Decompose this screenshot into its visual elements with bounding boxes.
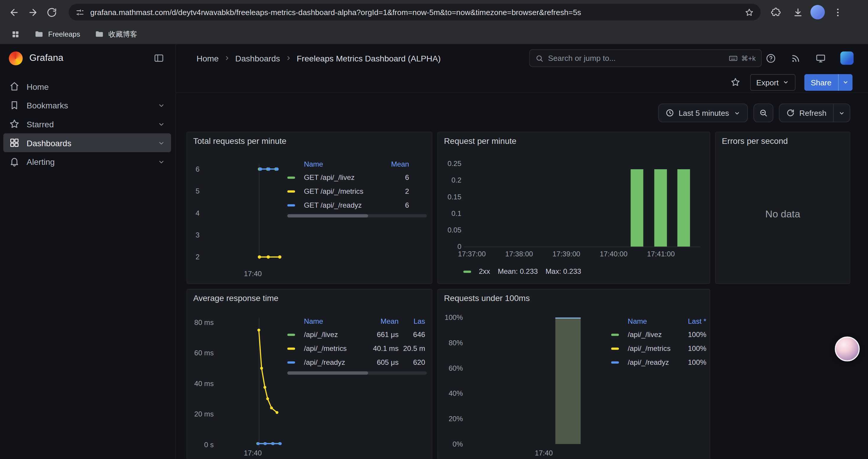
search-input[interactable]: Search or jump to... ⌘+k (529, 49, 762, 67)
share-button[interactable]: Share (804, 74, 852, 90)
breadcrumb-item[interactable]: Home (196, 54, 219, 63)
bookmarks-bar: Freeleaps收藏博客 (0, 24, 868, 44)
legend-table: NameMeanGET /api/_/livez6GET /api/_/metr… (287, 157, 409, 212)
chart-legend[interactable]: 2xxMean: 0.233Max: 0.233 (463, 267, 581, 275)
svg-text:80 ms: 80 ms (194, 319, 214, 326)
downloads-icon[interactable] (788, 3, 807, 22)
series-color-chip (287, 190, 295, 192)
favorite-star-icon[interactable] (730, 77, 741, 88)
search-shortcut: ⌘+k (728, 54, 756, 63)
svg-text:0 s: 0 s (204, 441, 214, 449)
refresh-interval-chevron-icon[interactable] (833, 104, 850, 122)
time-range-picker[interactable]: Last 5 minutes (658, 103, 748, 122)
bookmark-item[interactable]: Freeleaps (30, 27, 85, 41)
svg-text:17:37:00: 17:37:00 (458, 250, 486, 258)
chevron-down-icon[interactable] (157, 157, 165, 166)
monitor-icon[interactable] (815, 53, 826, 64)
sidebar-item-dashboards[interactable]: Dashboards (3, 133, 171, 153)
svg-text:0.25: 0.25 (447, 160, 462, 167)
chevron-down-icon[interactable] (157, 138, 165, 147)
assistant-avatar[interactable] (835, 336, 860, 361)
svg-text:60 ms: 60 ms (194, 349, 214, 357)
forward-button[interactable] (23, 3, 42, 22)
zoom-out-time-icon[interactable] (753, 103, 773, 122)
export-button[interactable]: Export (750, 74, 795, 90)
series-color-chip (611, 333, 619, 335)
legend-row[interactable]: /api/_/metrics40.1 ms20.5 m (287, 341, 427, 355)
share-menu-chevron-icon[interactable] (838, 74, 852, 90)
main-area: HomeDashboardsFreeleaps Metrics Dashboar… (176, 44, 868, 459)
legend-header-row: NameLast * (611, 314, 706, 328)
sidebar-item-alerting[interactable]: Alerting (3, 152, 171, 171)
sidebar-item-starred[interactable]: Starred (3, 114, 171, 133)
bell-icon (9, 156, 20, 167)
dock-sidebar-icon[interactable] (153, 52, 167, 65)
clock-icon (665, 108, 674, 117)
sidebar-item-bookmarks[interactable]: Bookmarks (3, 96, 171, 114)
bookmark-star-icon[interactable] (745, 7, 754, 17)
svg-text:0: 0 (457, 242, 461, 251)
keyboard-icon (728, 54, 738, 63)
help-icon[interactable] (766, 53, 776, 64)
legend-row[interactable]: /api/_/metrics100% (611, 341, 706, 355)
folder-icon (34, 29, 44, 39)
time-controls-bar: Last 5 minutes Refresh (176, 103, 868, 122)
url-bar[interactable]: grafana.mathmast.com/d/deytv4rwavabkb/fr… (68, 4, 761, 21)
grid-icon (9, 137, 20, 148)
browser-menu-icon[interactable] (828, 3, 847, 22)
svg-text:17:40: 17:40 (244, 270, 262, 277)
legend-row[interactable]: GET /api/_/readyz6 (287, 198, 409, 212)
legend-row[interactable]: GET /api/_/metrics2 (287, 184, 409, 198)
extensions-icon[interactable] (766, 3, 785, 22)
svg-text:0.05: 0.05 (447, 226, 462, 234)
bookmark-item[interactable]: 收藏博客 (90, 27, 142, 41)
bookmark-items: Freeleaps收藏博客 (30, 27, 142, 41)
no-data-message: No data (716, 132, 850, 284)
svg-text:20 ms: 20 ms (194, 410, 214, 418)
svg-text:17:39:00: 17:39:00 (553, 250, 580, 258)
home-icon (9, 81, 20, 92)
svg-text:0%: 0% (453, 440, 463, 448)
panel-total-requests-per-minute: Total requests per minute 6543217:40 Nam… (186, 132, 432, 284)
user-avatar[interactable] (840, 52, 854, 65)
sidebar-item-home[interactable]: Home (3, 77, 171, 96)
legend-row[interactable]: /api/_/readyz605 μs620 (287, 355, 427, 369)
legend-row[interactable]: /api/_/readyz100% (611, 355, 706, 369)
apps-grid-icon[interactable] (8, 26, 23, 42)
chevron-down-icon[interactable] (157, 101, 165, 109)
site-settings-icon[interactable] (75, 7, 85, 17)
legend-row[interactable]: GET /api/_/livez6 (287, 170, 409, 184)
legend-scrollbar[interactable] (287, 214, 427, 218)
rss-icon[interactable] (790, 53, 802, 64)
series-color-chip (463, 270, 471, 272)
svg-text:17:38:00: 17:38:00 (505, 250, 533, 258)
folder-icon (95, 29, 104, 39)
legend-table: NameMeanLas/api/_/livez661 μs646/api/_/m… (287, 314, 427, 369)
chevron-down-icon[interactable] (157, 120, 165, 128)
svg-text:17:40: 17:40 (535, 449, 553, 457)
series-color-chip (287, 204, 295, 206)
legend-row[interactable]: /api/_/livez100% (611, 328, 706, 341)
reload-button[interactable] (42, 3, 61, 22)
browser-toolbar: grafana.mathmast.com/d/deytv4rwavabkb/fr… (0, 0, 868, 24)
svg-text:60%: 60% (448, 364, 463, 372)
browser-window: grafana.mathmast.com/d/deytv4rwavabkb/fr… (0, 0, 868, 459)
star-icon (9, 119, 20, 129)
svg-text:5: 5 (195, 187, 199, 195)
svg-text:20%: 20% (448, 415, 463, 423)
browser-profile-avatar[interactable] (810, 5, 825, 20)
series-color-chip (287, 361, 295, 363)
svg-text:3: 3 (195, 231, 199, 239)
legend-row[interactable]: /api/_/livez661 μs646 (287, 328, 427, 341)
svg-text:4: 4 (195, 209, 199, 217)
dashboard-actions-bar: Export Share (176, 72, 868, 93)
breadcrumb-item[interactable]: Dashboards (235, 54, 280, 63)
legend-table: NameLast */api/_/livez100%/api/_/metrics… (611, 314, 706, 369)
sidebar-nav: HomeBookmarksStarredDashboardsAlerting (0, 74, 176, 171)
toolbar-right-cluster (766, 3, 847, 22)
svg-text:40%: 40% (448, 389, 463, 397)
back-button[interactable] (4, 3, 23, 22)
chevron-down-icon (734, 109, 741, 117)
legend-scrollbar[interactable] (287, 371, 427, 374)
refresh-button[interactable]: Refresh (779, 103, 850, 122)
